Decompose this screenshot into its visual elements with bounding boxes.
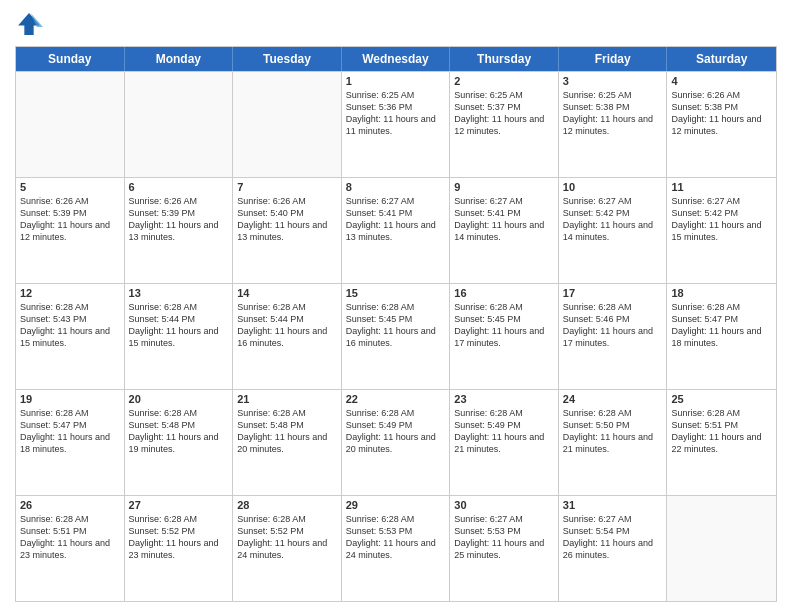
- day-number: 19: [20, 393, 120, 405]
- cell-info: Sunrise: 6:27 AM Sunset: 5:41 PM Dayligh…: [454, 195, 554, 244]
- cell-info: Sunrise: 6:28 AM Sunset: 5:48 PM Dayligh…: [129, 407, 229, 456]
- cal-cell-26: 26Sunrise: 6:28 AM Sunset: 5:51 PM Dayli…: [16, 496, 125, 601]
- cell-info: Sunrise: 6:28 AM Sunset: 5:49 PM Dayligh…: [346, 407, 446, 456]
- day-number: 10: [563, 181, 663, 193]
- cell-info: Sunrise: 6:28 AM Sunset: 5:43 PM Dayligh…: [20, 301, 120, 350]
- cal-cell-18: 18Sunrise: 6:28 AM Sunset: 5:47 PM Dayli…: [667, 284, 776, 389]
- cal-cell-3: 3Sunrise: 6:25 AM Sunset: 5:38 PM Daylig…: [559, 72, 668, 177]
- day-number: 24: [563, 393, 663, 405]
- day-number: 2: [454, 75, 554, 87]
- day-number: 8: [346, 181, 446, 193]
- cell-info: Sunrise: 6:27 AM Sunset: 5:41 PM Dayligh…: [346, 195, 446, 244]
- week-row-5: 26Sunrise: 6:28 AM Sunset: 5:51 PM Dayli…: [16, 495, 776, 601]
- logo-icon: [15, 10, 43, 38]
- cal-cell-29: 29Sunrise: 6:28 AM Sunset: 5:53 PM Dayli…: [342, 496, 451, 601]
- cal-cell-23: 23Sunrise: 6:28 AM Sunset: 5:49 PM Dayli…: [450, 390, 559, 495]
- cal-cell-21: 21Sunrise: 6:28 AM Sunset: 5:48 PM Dayli…: [233, 390, 342, 495]
- cell-info: Sunrise: 6:27 AM Sunset: 5:42 PM Dayligh…: [563, 195, 663, 244]
- cell-info: Sunrise: 6:28 AM Sunset: 5:44 PM Dayligh…: [237, 301, 337, 350]
- day-number: 22: [346, 393, 446, 405]
- page: SundayMondayTuesdayWednesdayThursdayFrid…: [0, 0, 792, 612]
- cell-info: Sunrise: 6:25 AM Sunset: 5:37 PM Dayligh…: [454, 89, 554, 138]
- cell-info: Sunrise: 6:28 AM Sunset: 5:52 PM Dayligh…: [129, 513, 229, 562]
- cal-cell-12: 12Sunrise: 6:28 AM Sunset: 5:43 PM Dayli…: [16, 284, 125, 389]
- weekday-header-sunday: Sunday: [16, 47, 125, 71]
- cal-cell-empty-w0d2: [233, 72, 342, 177]
- day-number: 6: [129, 181, 229, 193]
- cal-cell-16: 16Sunrise: 6:28 AM Sunset: 5:45 PM Dayli…: [450, 284, 559, 389]
- day-number: 27: [129, 499, 229, 511]
- day-number: 1: [346, 75, 446, 87]
- day-number: 12: [20, 287, 120, 299]
- cal-cell-5: 5Sunrise: 6:26 AM Sunset: 5:39 PM Daylig…: [16, 178, 125, 283]
- cal-cell-22: 22Sunrise: 6:28 AM Sunset: 5:49 PM Dayli…: [342, 390, 451, 495]
- cal-cell-empty-w0d1: [125, 72, 234, 177]
- cal-cell-8: 8Sunrise: 6:27 AM Sunset: 5:41 PM Daylig…: [342, 178, 451, 283]
- week-row-4: 19Sunrise: 6:28 AM Sunset: 5:47 PM Dayli…: [16, 389, 776, 495]
- day-number: 25: [671, 393, 772, 405]
- cal-cell-9: 9Sunrise: 6:27 AM Sunset: 5:41 PM Daylig…: [450, 178, 559, 283]
- cal-cell-24: 24Sunrise: 6:28 AM Sunset: 5:50 PM Dayli…: [559, 390, 668, 495]
- day-number: 5: [20, 181, 120, 193]
- cal-cell-empty-w0d0: [16, 72, 125, 177]
- header: [15, 10, 777, 38]
- cell-info: Sunrise: 6:25 AM Sunset: 5:36 PM Dayligh…: [346, 89, 446, 138]
- weekday-header-wednesday: Wednesday: [342, 47, 451, 71]
- week-row-1: 1Sunrise: 6:25 AM Sunset: 5:36 PM Daylig…: [16, 71, 776, 177]
- weekday-header-saturday: Saturday: [667, 47, 776, 71]
- cal-cell-27: 27Sunrise: 6:28 AM Sunset: 5:52 PM Dayli…: [125, 496, 234, 601]
- cell-info: Sunrise: 6:28 AM Sunset: 5:49 PM Dayligh…: [454, 407, 554, 456]
- cell-info: Sunrise: 6:26 AM Sunset: 5:38 PM Dayligh…: [671, 89, 772, 138]
- cal-cell-empty-w4d6: [667, 496, 776, 601]
- cal-cell-13: 13Sunrise: 6:28 AM Sunset: 5:44 PM Dayli…: [125, 284, 234, 389]
- logo: [15, 10, 47, 38]
- cal-cell-30: 30Sunrise: 6:27 AM Sunset: 5:53 PM Dayli…: [450, 496, 559, 601]
- day-number: 7: [237, 181, 337, 193]
- cal-cell-25: 25Sunrise: 6:28 AM Sunset: 5:51 PM Dayli…: [667, 390, 776, 495]
- weekday-header-monday: Monday: [125, 47, 234, 71]
- day-number: 23: [454, 393, 554, 405]
- cal-cell-2: 2Sunrise: 6:25 AM Sunset: 5:37 PM Daylig…: [450, 72, 559, 177]
- cal-cell-7: 7Sunrise: 6:26 AM Sunset: 5:40 PM Daylig…: [233, 178, 342, 283]
- day-number: 31: [563, 499, 663, 511]
- cal-cell-15: 15Sunrise: 6:28 AM Sunset: 5:45 PM Dayli…: [342, 284, 451, 389]
- cell-info: Sunrise: 6:28 AM Sunset: 5:45 PM Dayligh…: [346, 301, 446, 350]
- day-number: 11: [671, 181, 772, 193]
- calendar-header: SundayMondayTuesdayWednesdayThursdayFrid…: [16, 47, 776, 71]
- cal-cell-19: 19Sunrise: 6:28 AM Sunset: 5:47 PM Dayli…: [16, 390, 125, 495]
- cal-cell-20: 20Sunrise: 6:28 AM Sunset: 5:48 PM Dayli…: [125, 390, 234, 495]
- cell-info: Sunrise: 6:26 AM Sunset: 5:39 PM Dayligh…: [20, 195, 120, 244]
- cal-cell-31: 31Sunrise: 6:27 AM Sunset: 5:54 PM Dayli…: [559, 496, 668, 601]
- cal-cell-6: 6Sunrise: 6:26 AM Sunset: 5:39 PM Daylig…: [125, 178, 234, 283]
- calendar: SundayMondayTuesdayWednesdayThursdayFrid…: [15, 46, 777, 602]
- cell-info: Sunrise: 6:27 AM Sunset: 5:54 PM Dayligh…: [563, 513, 663, 562]
- day-number: 15: [346, 287, 446, 299]
- cell-info: Sunrise: 6:26 AM Sunset: 5:39 PM Dayligh…: [129, 195, 229, 244]
- cell-info: Sunrise: 6:27 AM Sunset: 5:42 PM Dayligh…: [671, 195, 772, 244]
- cell-info: Sunrise: 6:28 AM Sunset: 5:50 PM Dayligh…: [563, 407, 663, 456]
- day-number: 17: [563, 287, 663, 299]
- week-row-2: 5Sunrise: 6:26 AM Sunset: 5:39 PM Daylig…: [16, 177, 776, 283]
- day-number: 9: [454, 181, 554, 193]
- weekday-header-friday: Friday: [559, 47, 668, 71]
- cell-info: Sunrise: 6:26 AM Sunset: 5:40 PM Dayligh…: [237, 195, 337, 244]
- day-number: 20: [129, 393, 229, 405]
- cell-info: Sunrise: 6:28 AM Sunset: 5:44 PM Dayligh…: [129, 301, 229, 350]
- day-number: 16: [454, 287, 554, 299]
- week-row-3: 12Sunrise: 6:28 AM Sunset: 5:43 PM Dayli…: [16, 283, 776, 389]
- day-number: 18: [671, 287, 772, 299]
- cell-info: Sunrise: 6:28 AM Sunset: 5:46 PM Dayligh…: [563, 301, 663, 350]
- calendar-body: 1Sunrise: 6:25 AM Sunset: 5:36 PM Daylig…: [16, 71, 776, 601]
- day-number: 28: [237, 499, 337, 511]
- cell-info: Sunrise: 6:28 AM Sunset: 5:51 PM Dayligh…: [671, 407, 772, 456]
- cal-cell-1: 1Sunrise: 6:25 AM Sunset: 5:36 PM Daylig…: [342, 72, 451, 177]
- day-number: 14: [237, 287, 337, 299]
- weekday-header-thursday: Thursday: [450, 47, 559, 71]
- weekday-header-tuesday: Tuesday: [233, 47, 342, 71]
- cal-cell-28: 28Sunrise: 6:28 AM Sunset: 5:52 PM Dayli…: [233, 496, 342, 601]
- cell-info: Sunrise: 6:28 AM Sunset: 5:47 PM Dayligh…: [20, 407, 120, 456]
- cal-cell-11: 11Sunrise: 6:27 AM Sunset: 5:42 PM Dayli…: [667, 178, 776, 283]
- cell-info: Sunrise: 6:28 AM Sunset: 5:53 PM Dayligh…: [346, 513, 446, 562]
- cell-info: Sunrise: 6:28 AM Sunset: 5:47 PM Dayligh…: [671, 301, 772, 350]
- cal-cell-4: 4Sunrise: 6:26 AM Sunset: 5:38 PM Daylig…: [667, 72, 776, 177]
